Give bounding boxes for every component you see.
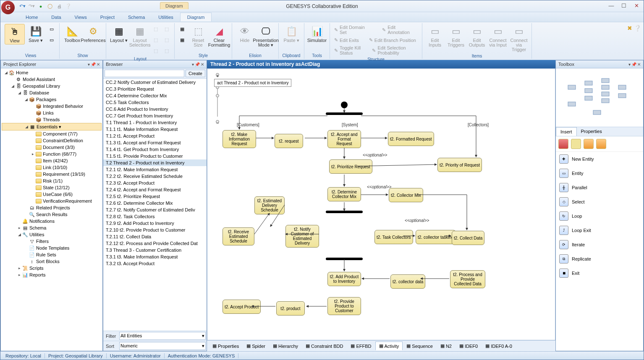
browser-item[interactable]: T.2.7 t2. Notify Customer of Estimated D…: [103, 206, 207, 213]
diagram-tab-hierarchy[interactable]: ▦Hierarchy: [269, 342, 302, 350]
dropdown-icon[interactable]: ▾: [628, 62, 631, 67]
diagram-tab-activity[interactable]: ▦Activity: [375, 342, 403, 350]
tab-properties[interactable]: Properties: [577, 127, 606, 136]
filter-select[interactable]: All Entities ▾: [119, 332, 206, 340]
fork-bar-2[interactable]: [326, 211, 363, 213]
toolbox-item[interactable]: ◇Select: [556, 195, 643, 209]
tree-item[interactable]: 🔍Search Results: [2, 211, 102, 218]
tree-item[interactable]: ◢🗄Database: [2, 89, 102, 96]
view-button[interactable]: 🖱View: [5, 24, 25, 44]
activity-box[interactable]: t2. Formatted Request: [388, 132, 434, 146]
tree-item[interactable]: 📄Node Templates: [2, 245, 102, 251]
browser-item[interactable]: CC.5 Task Collectors: [103, 99, 207, 106]
browser-item[interactable]: CC.4 Determine Collector Mix: [103, 92, 207, 99]
undo-icon[interactable]: ↶▾: [18, 2, 26, 10]
activity-box[interactable]: t2. Add Product to Inventory: [327, 272, 361, 286]
clear-formatting-button[interactable]: ◢Clear Formatting: [209, 24, 229, 48]
tree-item[interactable]: Link (10/10): [2, 164, 102, 171]
toolbox-item[interactable]: ↻Loop: [556, 209, 643, 223]
presentation-button[interactable]: 🖵Presentation Mode ▾: [256, 24, 276, 48]
toolbox-item[interactable]: ⤴Loop Exit: [556, 223, 643, 237]
dropdown-icon[interactable]: ▾: [88, 62, 90, 67]
tree-item[interactable]: ConstraintDefinition: [2, 137, 102, 144]
align-6[interactable]: ⬚: [162, 46, 172, 56]
tree-item[interactable]: ▸▤Schema: [2, 224, 102, 231]
align-5[interactable]: ⬚: [162, 35, 172, 45]
tree-item[interactable]: 🗂Related Projects: [2, 204, 102, 211]
tree-item[interactable]: ◢🗄Geospatial Library: [2, 83, 102, 89]
layout-button[interactable]: ▦Layout ▾: [109, 24, 129, 44]
activity-box[interactable]: t2. Determine Collector Mix: [327, 187, 361, 201]
activity-box[interactable]: t2. Task Collectors: [374, 230, 413, 244]
tree-item[interactable]: 📄Rule Sets: [2, 251, 102, 258]
tree-item[interactable]: ▸Function (68/77): [2, 151, 102, 157]
pin-icon[interactable]: 📌: [631, 62, 636, 67]
align-1[interactable]: ⬚: [151, 24, 161, 34]
diagram-tab-n2[interactable]: ▦N2: [437, 342, 456, 350]
browser-item[interactable]: T.1.1 t1. Make Information Request: [103, 126, 207, 133]
hide-button[interactable]: 👁Hide: [235, 24, 255, 44]
fork-bar-1[interactable]: [326, 112, 363, 115]
tree-item[interactable]: 📦Integrated Behavior: [2, 103, 102, 110]
activity-box[interactable]: t2. Collect Data: [452, 231, 484, 245]
align-4[interactable]: ⬚: [162, 24, 172, 34]
maximize-button[interactable]: ☐: [618, 1, 630, 10]
tree-item[interactable]: VerificationRequirement: [2, 198, 102, 204]
reset-size-button[interactable]: ⬚Reset Size: [188, 24, 208, 48]
tree-item[interactable]: State (12/12): [2, 184, 102, 191]
diagram-tab-sequence[interactable]: ▦Sequence: [403, 342, 437, 350]
tree-item[interactable]: ◢🏠Home: [2, 69, 102, 76]
tree-item[interactable]: ◢▦Essentials ▾: [2, 123, 102, 130]
stop-icon[interactable]: ◯: [46, 2, 54, 10]
simulator-button[interactable]: 📊Simulator: [307, 24, 327, 44]
redo-icon[interactable]: ↷▾: [27, 2, 36, 10]
browser-item[interactable]: CC.7 Get Product from Inventory: [103, 112, 207, 119]
tree-item[interactable]: ▸📜Scripts: [2, 265, 102, 271]
activity-box[interactable]: t2. Accept and Format Request: [327, 130, 361, 148]
tb-icon-2[interactable]: [571, 139, 581, 149]
diagram-tab-spider[interactable]: ▦Spider: [243, 342, 269, 350]
menu-home[interactable]: Home: [19, 13, 45, 21]
menu-diagram[interactable]: Diagram: [180, 13, 212, 21]
start-node[interactable]: [341, 102, 348, 108]
toolbox-item[interactable]: ⟳Iterate: [556, 237, 643, 252]
browser-item[interactable]: T.1.4 t1. Get Product from Inventory: [103, 146, 207, 153]
activity-box[interactable]: t2. Estimated Delivery Schedule: [254, 196, 285, 214]
sort-select[interactable]: Numeric ▾: [119, 342, 206, 350]
browser-item[interactable]: T.1.3 t1. Accept and Format Request: [103, 139, 207, 146]
browser-item[interactable]: T.3 Thread 3 - Customer Certification: [103, 247, 207, 253]
diagram-tab-effbd[interactable]: ▦EFFBD: [347, 342, 375, 350]
pin-icon[interactable]: 📌: [91, 62, 96, 67]
menu-views[interactable]: Views: [68, 13, 94, 21]
tree-item[interactable]: ▽Filters: [2, 238, 102, 245]
diagram-tab-idef0-a-0[interactable]: ▦IDEF0 A-0: [482, 342, 516, 350]
activity-box[interactable]: t2. Process and Provide Collected Data: [450, 270, 485, 288]
menu-utilities[interactable]: Utilities: [152, 13, 180, 21]
activity-box[interactable]: t2. Receive Estimated Schedule: [223, 227, 254, 245]
browser-item[interactable]: T.1 Thread 1 - Product in Inventory: [103, 119, 207, 126]
browser-item[interactable]: CC.3 Prioritize Request: [103, 86, 207, 92]
minimize-button[interactable]: —: [605, 1, 618, 10]
diagram-canvas[interactable]: +− act Thread 2 - Product not in Invento…: [207, 68, 555, 340]
browser-item[interactable]: T.2.12 t2. Process and Provide Collected…: [103, 240, 207, 247]
browser-item[interactable]: T.2.1 t2. Make Information Request: [103, 166, 207, 173]
preferences-button[interactable]: ⚙Preferences: [83, 24, 103, 44]
menu-data[interactable]: Data: [45, 13, 68, 21]
tool-icon[interactable]: ✖: [627, 25, 632, 31]
browser-item[interactable]: T.2.8 t2. Task Collectors: [103, 213, 207, 220]
toolbox-item[interactable]: ⏹Exit: [556, 266, 643, 280]
browser-item[interactable]: T.3.1 t3. Make Information Request: [103, 253, 207, 260]
diagram-tab-idef0[interactable]: ▦IDEF0: [456, 342, 482, 350]
tree-item[interactable]: Requirement (19/19): [2, 171, 102, 177]
tree-item[interactable]: Document (3/3): [2, 144, 102, 151]
align-2[interactable]: ⬚: [151, 35, 161, 45]
create-button[interactable]: Create: [186, 70, 205, 77]
activity-box[interactable]: t2. collector data: [390, 274, 425, 289]
browser-search-input[interactable]: [105, 70, 184, 77]
tree-item[interactable]: 🔔Notifications: [2, 218, 102, 224]
join-bar-1[interactable]: [326, 258, 363, 260]
refresh-icon[interactable]: ●: [37, 2, 45, 10]
tree-item[interactable]: UseCase (6/6): [2, 191, 102, 198]
ribbon-help-icon[interactable]: ❔: [634, 25, 641, 31]
tree-item[interactable]: ⚙Model Assistant: [2, 76, 102, 83]
